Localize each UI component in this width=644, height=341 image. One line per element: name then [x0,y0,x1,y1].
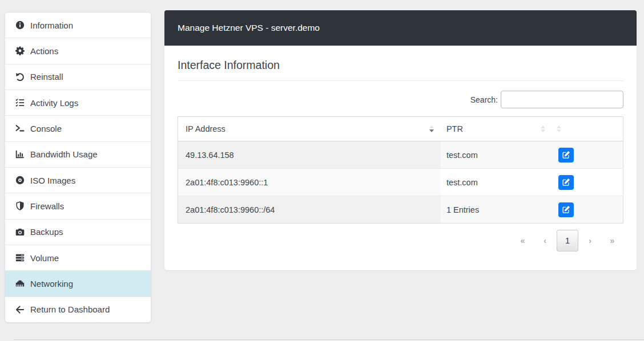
sidebar-item-label: Networking [30,279,73,289]
pen-to-square-icon [562,206,570,213]
panel-body: Interface Information Search: IP Address… [164,46,637,251]
divider [178,80,623,81]
sidebar-item-bandwidth-usage[interactable]: Bandwidth Usage [5,142,151,168]
sidebar-item-label: Firewalls [30,201,64,211]
sidebar-item-label: Actions [30,46,58,56]
pagination-current-page[interactable]: 1 [557,230,578,251]
sidebar-item-console[interactable]: Console [5,116,151,141]
column-header-actions[interactable] [551,117,623,141]
terminal-icon [15,124,25,133]
pagination: « ‹ 1 › » [178,230,623,251]
sort-icon-actions [557,125,561,132]
table-row: 2a01:4f8:c013:9960::1 test.com [178,169,623,196]
sidebar-item-return-to-dashboard[interactable]: Return to Dashboard [5,297,151,322]
compact-disc-icon [15,176,25,185]
cell-ptr: 1 Entries [441,196,551,224]
table-header-row: IP Address PTR [178,117,623,141]
sidebar-item-activity-logs[interactable]: Activity Logs [5,90,151,116]
sidebar-item-iso-images[interactable]: ISO Images [5,168,151,193]
sidebar-item-label: Information [30,21,73,30]
cell-ip: 2a01:4f8:c013:9960::1 [178,169,441,196]
info-circle-icon [15,21,25,30]
cell-ptr: test.com [441,169,551,196]
cell-ip: 2a01:4f8:c013:9960::/64 [178,196,441,224]
sort-icon-ptr [541,125,545,132]
cell-actions [551,141,623,169]
sidebar-item-label: Backups [30,227,63,237]
pagination-previous[interactable]: ‹ [534,236,556,245]
table-row: 49.13.64.158 test.com [178,141,623,169]
cell-ip: 49.13.64.158 [178,141,441,169]
pagination-next[interactable]: › [579,236,601,245]
sidebar-item-reinstall[interactable]: Reinstall [5,64,151,90]
edit-ptr-button[interactable] [558,148,574,163]
sidebar-item-backups[interactable]: Backups [5,220,151,245]
column-header-ptr[interactable]: PTR [441,117,551,141]
sidebar-item-networking[interactable]: Networking [5,271,151,297]
camera-icon [15,227,25,237]
section-title: Interface Information [178,59,623,72]
panel-header: Manage Hetzner VPS - server.demo [164,10,637,46]
table-row: 2a01:4f8:c013:9960::/64 1 Entries [178,196,623,224]
sidebar-item-label: Console [30,124,62,133]
server-stack-icon [15,253,25,263]
chart-column-icon [15,149,25,159]
pen-to-square-icon [562,151,570,159]
arrow-left-icon [15,305,25,314]
search-input[interactable] [501,91,623,108]
sidebar-item-label: Return to Dashboard [30,305,110,314]
edit-ptr-button[interactable] [558,175,574,190]
sort-icon-ip-desc [429,125,434,132]
network-icon [15,279,25,289]
pagination-last[interactable]: » [601,236,623,245]
sidebar-item-actions[interactable]: Actions [5,38,151,64]
ip-table: IP Address PTR 49.13.64.158 t [178,116,623,224]
edit-ptr-button[interactable] [558,202,574,217]
pen-to-square-icon [562,178,570,186]
sidebar-item-information[interactable]: Information [5,13,151,38]
sidebar-item-firewalls[interactable]: Firewalls [5,193,151,219]
sidebar-item-label: Reinstall [30,72,63,82]
panel-title: Manage Hetzner VPS - server.demo [178,23,320,33]
shield-icon [15,201,25,211]
rotate-left-icon [15,72,25,82]
gear-icon [15,46,25,56]
pagination-first[interactable]: « [512,236,534,245]
cell-actions [551,196,623,224]
sidebar-item-label: Volume [30,253,59,263]
sidebar: Information Actions Reinstall Activity L… [5,12,151,323]
cell-actions [551,169,623,196]
sidebar-item-label: Activity Logs [30,98,78,108]
main-panel: Manage Hetzner VPS - server.demo Interfa… [164,10,637,270]
cell-ptr: test.com [441,141,551,169]
sidebar-item-label: ISO Images [30,176,75,185]
list-check-icon [15,98,25,108]
footer-divider [14,339,644,340]
sidebar-item-volume[interactable]: Volume [5,245,151,271]
column-header-ip-address[interactable]: IP Address [178,117,441,141]
search-bar: Search: [178,91,623,108]
sidebar-item-label: Bandwidth Usage [30,149,98,159]
search-label: Search: [470,95,498,104]
